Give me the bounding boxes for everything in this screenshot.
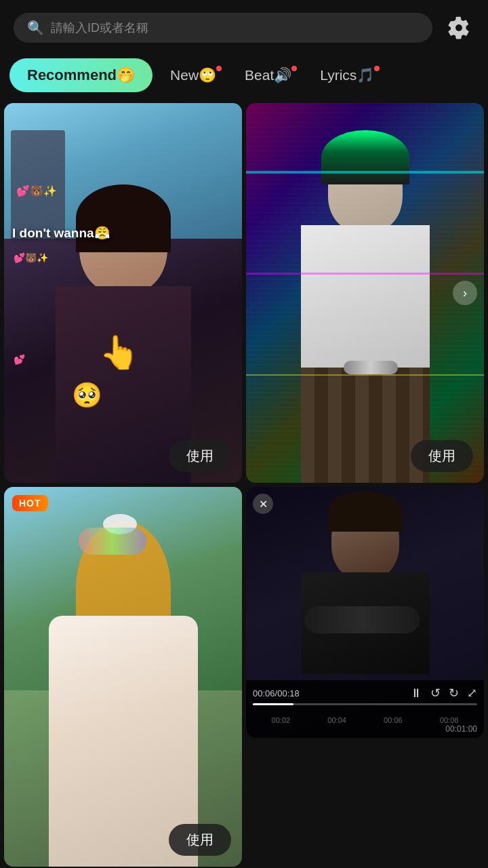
card2-glitch-band-1 [246, 171, 484, 174]
card2-person-wrap [281, 144, 450, 483]
card1-hair [76, 184, 171, 252]
vp-controls-row: ⏸ ↺ ↻ ⤢ [410, 686, 477, 701]
card3-person [35, 528, 211, 867]
tab-new-dot [216, 66, 222, 71]
card4-hair [328, 491, 403, 532]
card1-emoji-1: 💕🐻✨ [16, 184, 57, 197]
vp-tick-2: 00:04 [309, 716, 365, 724]
card3-background [4, 487, 242, 867]
content-grid: I don't wanna😤 💕🐻✨ 💕🐻✨ 💕 👆 🥺 使用 [0, 103, 488, 868]
search-icon: 🔍 [27, 20, 44, 36]
video-player-controls: 00:06/00:18 ⏸ ↺ ↻ ⤢ 00:02 00:04 00:06 [246, 680, 484, 738]
card2-use-button[interactable]: 使用 [411, 440, 473, 472]
card3-rainbow-hair [79, 528, 146, 555]
vp-timeline: 00:02 00:04 00:06 00:08 [253, 708, 477, 724]
card4-close-button[interactable]: ✕ [253, 494, 273, 514]
card1-use-button[interactable]: 使用 [169, 440, 231, 472]
gear-icon [447, 16, 470, 39]
card4-arms [304, 606, 420, 633]
card2-shirt [301, 225, 430, 374]
card1-text: I don't wanna😤 [12, 225, 110, 241]
vp-tick-1: 00:02 [253, 716, 309, 724]
card2-glitch-band-3 [246, 374, 484, 376]
card-2[interactable]: › 使用 [246, 103, 484, 483]
tab-lyrics[interactable]: Lyrics🎵 [309, 60, 385, 90]
tab-lyrics-dot [374, 66, 380, 71]
card-1[interactable]: I don't wanna😤 💕🐻✨ 💕🐻✨ 💕 👆 🥺 使用 [4, 103, 242, 483]
tab-beat[interactable]: Beat🔊 [234, 60, 302, 90]
vp-forward-button[interactable]: ↻ [449, 686, 459, 701]
card-3[interactable]: HOT 使用 [4, 487, 242, 867]
card1-background: I don't wanna😤 💕🐻✨ 💕🐻✨ 💕 👆 🥺 [4, 103, 242, 483]
vp-fullscreen-button[interactable]: ⤢ [467, 686, 477, 701]
left-column: I don't wanna😤 💕🐻✨ 💕🐻✨ 💕 👆 🥺 使用 [4, 103, 242, 868]
vp-top-row: 00:06/00:18 ⏸ ↺ ↻ ⤢ [253, 686, 477, 701]
vp-time-display: 00:06/00:18 [253, 688, 300, 698]
tab-new[interactable]: New🙄 [159, 60, 227, 90]
right-column: › 使用 ✕ 00:06 [246, 103, 484, 868]
search-input-wrap[interactable]: 🔍 請輸入ID或者名稱 [14, 13, 432, 43]
tabs-bar: Recommend🤭 New🙄 Beat🔊 Lyrics🎵 [0, 53, 488, 103]
search-bar: 🔍 請輸入ID或者名稱 [0, 0, 488, 53]
card1-emoji-3: 💕 [14, 354, 25, 365]
tab-recommend[interactable]: Recommend🤭 [9, 58, 152, 92]
card1-face-emoji: 🥺 [72, 381, 102, 410]
card-4[interactable]: ✕ 00:06/00:18 [246, 487, 484, 738]
card2-background [246, 103, 484, 483]
settings-button[interactable] [443, 12, 474, 43]
card1-emoji-2: 💕🐻✨ [14, 252, 48, 263]
card2-glitch-band-2 [246, 273, 484, 275]
hot-badge: HOT [12, 495, 48, 511]
vp-tick-3: 00:06 [365, 716, 422, 724]
tab-beat-dot [291, 66, 297, 71]
card1-hand-cursor: 👆 [99, 334, 140, 372]
vp-tick-4: 00:08 [421, 716, 477, 724]
card3-use-button[interactable]: 使用 [169, 824, 231, 856]
card4-person [298, 498, 433, 674]
vp-bottom-time: 00:01:00 [253, 724, 477, 734]
search-placeholder: 請輸入ID或者名稱 [51, 20, 148, 36]
card2-arrow-button[interactable]: › [453, 281, 477, 305]
vp-pause-button[interactable]: ⏸ [410, 686, 422, 701]
card2-chain [344, 361, 398, 374]
vp-progress-fill [253, 703, 293, 705]
card2-hair [321, 130, 409, 184]
vp-progress-bar[interactable] [253, 703, 477, 705]
card2-pants [301, 368, 430, 483]
vp-rewind-button[interactable]: ↺ [430, 686, 441, 701]
